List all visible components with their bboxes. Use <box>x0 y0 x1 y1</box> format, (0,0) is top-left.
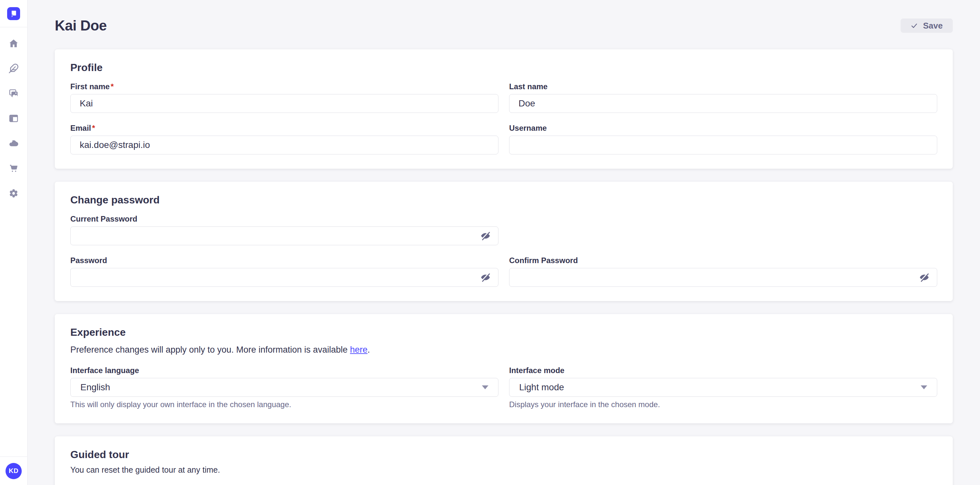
interface-mode-value: Light mode <box>519 382 564 392</box>
email-input[interactable] <box>70 136 498 155</box>
sidebar-item-home[interactable] <box>6 36 21 51</box>
experience-description: Preference changes will apply only to yo… <box>70 345 937 355</box>
current-password-label: Current Password <box>70 214 498 223</box>
change-password-heading: Change password <box>70 194 937 206</box>
more-information-link[interactable]: here <box>350 345 368 354</box>
guided-tour-description: You can reset the guided tour at any tim… <box>70 465 937 475</box>
toggle-new-password-visibility-button[interactable] <box>477 270 494 285</box>
strapi-logo[interactable] <box>0 0 27 27</box>
interface-language-hint: This will only display your own interfac… <box>70 400 498 409</box>
toggle-current-password-visibility-button[interactable] <box>477 228 494 243</box>
user-avatar[interactable]: KD <box>5 463 22 479</box>
experience-heading: Experience <box>70 326 937 338</box>
profile-card: Profile First name* Last name Email* Use… <box>55 49 953 169</box>
sidebar: KD <box>0 0 27 485</box>
confirm-password-field: Confirm Password <box>509 256 937 287</box>
current-password-input[interactable] <box>70 227 498 245</box>
strapi-logo-icon <box>7 7 20 20</box>
chevron-down-icon <box>482 385 488 389</box>
username-input[interactable] <box>509 136 937 155</box>
confirm-password-label: Confirm Password <box>509 256 937 265</box>
chevron-down-icon <box>921 385 927 389</box>
current-password-field: Current Password <box>70 214 498 245</box>
sidebar-item-content-type-builder[interactable] <box>6 111 21 126</box>
required-asterisk: * <box>110 82 113 91</box>
first-name-field: First name* <box>70 82 498 113</box>
username-field: Username <box>509 124 937 155</box>
cloud-icon <box>8 138 19 148</box>
sidebar-item-cloud[interactable] <box>6 136 21 150</box>
eye-slash-icon <box>480 272 491 282</box>
change-password-card: Change password Current Password <box>55 182 953 301</box>
required-asterisk: * <box>92 124 95 132</box>
save-button-label: Save <box>923 21 943 31</box>
content-type-builder-icon <box>8 113 19 124</box>
new-password-input[interactable] <box>70 268 498 287</box>
interface-mode-label: Interface mode <box>509 366 937 375</box>
sidebar-nav <box>6 27 21 201</box>
main-content: Kai Doe Save Profile First name* Last na… <box>27 0 980 485</box>
interface-mode-hint: Displays your interface in the chosen mo… <box>509 400 937 409</box>
settings-gear-icon <box>8 188 19 199</box>
email-label: Email <box>70 124 91 132</box>
interface-mode-select[interactable]: Light mode <box>509 378 937 397</box>
last-name-input[interactable] <box>509 94 937 113</box>
check-icon <box>911 22 918 29</box>
sidebar-footer: KD <box>0 456 27 485</box>
page-header: Kai Doe Save <box>55 0 953 34</box>
confirm-password-input[interactable] <box>509 268 937 287</box>
save-button[interactable]: Save <box>900 19 953 33</box>
username-label: Username <box>509 124 937 133</box>
sidebar-item-media-library[interactable] <box>6 86 21 101</box>
interface-mode-field: Interface mode Light mode Displays your … <box>509 366 937 409</box>
eye-slash-icon <box>919 272 929 282</box>
last-name-label: Last name <box>509 82 937 91</box>
interface-language-label: Interface language <box>70 366 498 375</box>
interface-language-field: Interface language English This will onl… <box>70 366 498 409</box>
home-icon <box>8 38 19 49</box>
eye-slash-icon <box>480 231 491 241</box>
new-password-label: Password <box>70 256 498 265</box>
toggle-confirm-password-visibility-button[interactable] <box>916 270 933 285</box>
guided-tour-heading: Guided tour <box>70 449 937 461</box>
media-library-icon <box>8 88 19 99</box>
guided-tour-card: Guided tour You can reset the guided tou… <box>55 436 953 485</box>
avatar-initials: KD <box>9 467 19 475</box>
interface-language-select[interactable]: English <box>70 378 498 397</box>
sidebar-item-settings[interactable] <box>6 186 21 201</box>
feather-icon <box>8 63 19 73</box>
sidebar-item-content-manager[interactable] <box>6 61 21 76</box>
email-field: Email* <box>70 124 498 155</box>
last-name-field: Last name <box>509 82 937 113</box>
shopping-cart-icon <box>8 163 19 174</box>
first-name-input[interactable] <box>70 94 498 113</box>
experience-card: Experience Preference changes will apply… <box>55 314 953 423</box>
interface-language-value: English <box>80 382 110 392</box>
first-name-label: First name <box>70 82 110 91</box>
page-title: Kai Doe <box>55 18 107 34</box>
new-password-field: Password <box>70 256 498 287</box>
sidebar-item-marketplace[interactable] <box>6 161 21 175</box>
profile-heading: Profile <box>70 62 937 73</box>
